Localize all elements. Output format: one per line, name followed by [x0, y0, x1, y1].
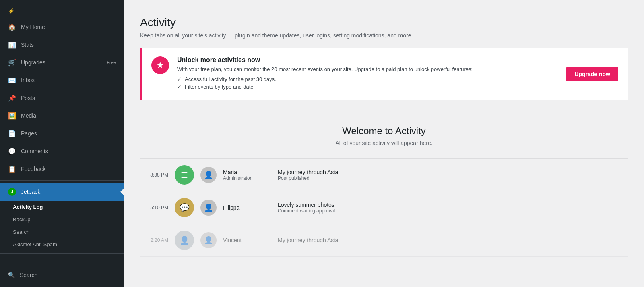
sidebar-nav: 🏠 My Home 📊 Stats 🛒 Upgrades Free ✉️ Inb… — [0, 18, 124, 263]
my-home-label: My Home — [21, 24, 45, 30]
avatar-icon: 👤 — [204, 171, 213, 179]
pages-icon: 📄 — [8, 129, 16, 137]
sidebar-logo: ⚡ — [0, 0, 124, 18]
activity-time: 8:38 PM — [140, 172, 168, 178]
banner-check-item: Filter events by type and date. — [177, 84, 558, 90]
page-title: Activity — [140, 16, 628, 29]
upgrades-icon: 🛒 — [8, 58, 16, 67]
sidebar-subitem-akismet[interactable]: Akismet Anti-Spam — [0, 238, 124, 251]
sidebar-item-inbox[interactable]: ✉️ Inbox — [0, 71, 124, 89]
activity-icon-symbol: 👤 — [180, 235, 190, 245]
activity-username: Vincent — [223, 237, 271, 243]
activity-post-title: Lovely summer photos — [278, 202, 628, 208]
feedback-label: Feedback — [21, 166, 45, 172]
sidebar-bottom: 🔍 Search — [0, 263, 124, 287]
my-home-icon: 🏠 — [8, 23, 16, 31]
comments-label: Comments — [21, 148, 48, 154]
activity-type-icon: 💬 — [175, 198, 194, 217]
activity-details: My journey through Asia Post published — [278, 169, 628, 181]
activity-item: 5:10 PM 💬 👤 Filippa Lovely summer photos… — [140, 191, 628, 224]
nav-divider-bottom — [0, 253, 124, 254]
sidebar-item-media[interactable]: 🖼️ Media — [0, 107, 124, 125]
welcome-section: Welcome to Activity All of your site act… — [140, 109, 628, 159]
welcome-subtitle: All of your site activity will appear he… — [148, 140, 620, 146]
star-icon: ★ — [151, 56, 169, 74]
activity-username: Maria — [223, 169, 271, 175]
activity-post-title: My journey through Asia — [278, 237, 628, 243]
upgrade-banner: ★ Unlock more activities now With your f… — [140, 48, 628, 100]
banner-content: Unlock more activities now With your fre… — [177, 56, 558, 92]
sidebar-subitem-backup[interactable]: Backup — [0, 213, 124, 226]
activity-user: Maria Administrator — [223, 169, 271, 181]
activity-time: 2:20 AM — [140, 237, 168, 243]
search-icon: 🔍 — [8, 272, 15, 278]
activity-list: 8:38 PM ☰ 👤 Maria Administrator My journ… — [140, 159, 628, 257]
sidebar-subitem-activity-log[interactable]: Activity Log — [0, 201, 124, 213]
sidebar-item-upgrades[interactable]: 🛒 Upgrades Free — [0, 54, 124, 71]
stats-label: Stats — [21, 42, 34, 48]
page-subtitle: Keep tabs on all your site's activity — … — [140, 32, 628, 39]
stats-icon: 📊 — [8, 41, 16, 49]
activity-icon-symbol: 💬 — [180, 203, 190, 212]
nav-divider — [0, 180, 124, 181]
avatar: 👤 — [200, 200, 217, 216]
posts-label: Posts — [21, 95, 35, 101]
sidebar-item-comments[interactable]: 💬 Comments — [0, 142, 124, 160]
banner-desc: With your free plan, you can monitor the… — [177, 66, 558, 72]
sidebar-item-my-home[interactable]: 🏠 My Home — [0, 18, 124, 36]
upgrade-now-button[interactable]: Upgrade now — [566, 67, 618, 81]
activity-details: Lovely summer photos Comment waiting app… — [278, 202, 628, 214]
avatar-icon: 👤 — [204, 236, 213, 245]
sidebar-search[interactable]: 🔍 Search — [0, 267, 124, 283]
comments-icon: 💬 — [8, 147, 16, 155]
posts-icon: 📌 — [8, 94, 16, 102]
jetpack-icon: J — [8, 188, 16, 196]
activity-action: Comment waiting approval — [278, 208, 628, 214]
jetpack-label: Jetpack — [21, 189, 40, 195]
sidebar: ⚡ 🏠 My Home 📊 Stats 🛒 Upgrades Free ✉️ I… — [0, 0, 124, 287]
sidebar-item-stats[interactable]: 📊 Stats — [0, 36, 124, 54]
media-label: Media — [21, 112, 36, 119]
activity-time: 5:10 PM — [140, 205, 168, 210]
feedback-icon: 📋 — [8, 165, 16, 173]
banner-check-item: Access full activity for the past 30 day… — [177, 76, 558, 82]
activity-role: Administrator — [223, 175, 271, 181]
activity-type-icon: 👤 — [175, 231, 194, 250]
activity-action: Post published — [278, 175, 628, 181]
inbox-icon: ✉️ — [8, 76, 16, 84]
activity-username: Filippa — [223, 204, 271, 211]
banner-title: Unlock more activities now — [177, 56, 558, 64]
media-icon: 🖼️ — [8, 112, 16, 120]
sidebar-subitem-search[interactable]: Search — [0, 226, 124, 238]
sidebar-item-jetpack[interactable]: J Jetpack — [0, 183, 124, 201]
avatar-icon: 👤 — [204, 203, 213, 212]
search-label: Search — [20, 272, 37, 278]
activity-type-icon: ☰ — [175, 165, 194, 185]
inbox-label: Inbox — [21, 77, 35, 83]
activity-details: My journey through Asia — [278, 237, 628, 243]
avatar: 👤 — [200, 232, 217, 248]
activity-icon-symbol: ☰ — [181, 170, 188, 180]
jetpack-arrow — [120, 188, 124, 196]
sidebar-item-feedback[interactable]: 📋 Feedback — [0, 160, 124, 178]
upgrades-label: Upgrades — [21, 59, 45, 66]
activity-user: Filippa — [223, 204, 271, 211]
activity-item: 8:38 PM ☰ 👤 Maria Administrator My journ… — [140, 159, 628, 191]
activity-item: 2:20 AM 👤 👤 Vincent My journey through A… — [140, 224, 628, 257]
welcome-title: Welcome to Activity — [148, 125, 620, 137]
activity-user: Vincent — [223, 237, 271, 243]
activity-post-title: My journey through Asia — [278, 169, 628, 175]
main-content: Activity Keep tabs on all your site's ac… — [124, 0, 644, 287]
pages-label: Pages — [21, 130, 37, 137]
sidebar-item-posts[interactable]: 📌 Posts — [0, 89, 124, 107]
avatar: 👤 — [200, 167, 217, 183]
sidebar-item-pages[interactable]: 📄 Pages — [0, 125, 124, 142]
upgrades-badge: Free — [107, 60, 116, 65]
